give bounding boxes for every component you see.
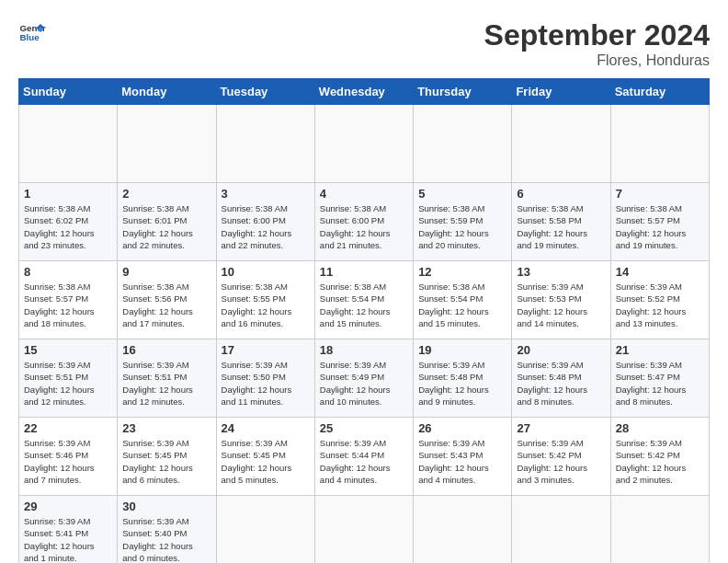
calendar-cell: 18Sunrise: 5:39 AM Sunset: 5:49 PM Dayli… (314, 339, 413, 418)
calendar-week-row: 15Sunrise: 5:39 AM Sunset: 5:51 PM Dayli… (19, 339, 710, 418)
day-info: Sunrise: 5:38 AM Sunset: 5:57 PM Dayligh… (616, 202, 704, 251)
day-info: Sunrise: 5:39 AM Sunset: 5:45 PM Dayligh… (122, 437, 210, 486)
calendar-cell: 29Sunrise: 5:39 AM Sunset: 5:41 PM Dayli… (19, 496, 118, 564)
calendar-cell: 16Sunrise: 5:39 AM Sunset: 5:51 PM Dayli… (118, 339, 216, 418)
weekday-header-row: SundayMondayTuesdayWednesdayThursdayFrid… (19, 79, 710, 105)
calendar-cell: 20Sunrise: 5:39 AM Sunset: 5:48 PM Dayli… (512, 339, 610, 418)
calendar-cell (414, 496, 512, 564)
calendar-cell: 4Sunrise: 5:38 AM Sunset: 6:00 PM Daylig… (314, 183, 413, 261)
weekday-header-cell: Thursday (414, 79, 512, 105)
calendar-table: SundayMondayTuesdayWednesdayThursdayFrid… (18, 78, 710, 563)
title-area: September 2024 Flores, Honduras (484, 18, 710, 69)
day-info: Sunrise: 5:39 AM Sunset: 5:48 PM Dayligh… (517, 359, 605, 408)
day-number: 13 (517, 265, 605, 279)
day-info: Sunrise: 5:38 AM Sunset: 5:56 PM Dayligh… (122, 281, 210, 329)
weekday-header-cell: Wednesday (314, 79, 413, 105)
calendar-cell: 19Sunrise: 5:39 AM Sunset: 5:48 PM Dayli… (414, 339, 512, 418)
calendar-cell: 21Sunrise: 5:39 AM Sunset: 5:47 PM Dayli… (610, 339, 709, 418)
day-number: 7 (616, 187, 704, 201)
calendar-week-row (19, 105, 710, 183)
calendar-cell: 27Sunrise: 5:39 AM Sunset: 5:42 PM Dayli… (512, 418, 610, 496)
day-info: Sunrise: 5:38 AM Sunset: 5:58 PM Dayligh… (517, 202, 605, 251)
month-title: September 2024 (484, 18, 710, 52)
day-info: Sunrise: 5:38 AM Sunset: 6:00 PM Dayligh… (222, 202, 310, 251)
calendar-cell: 7Sunrise: 5:38 AM Sunset: 5:57 PM Daylig… (610, 183, 709, 261)
calendar-cell (512, 496, 610, 564)
calendar-cell: 14Sunrise: 5:39 AM Sunset: 5:52 PM Dayli… (610, 261, 709, 339)
calendar-week-row: 22Sunrise: 5:39 AM Sunset: 5:46 PM Dayli… (19, 418, 710, 496)
calendar-cell: 28Sunrise: 5:39 AM Sunset: 5:42 PM Dayli… (610, 418, 709, 496)
calendar-cell: 5Sunrise: 5:38 AM Sunset: 5:59 PM Daylig… (414, 183, 512, 261)
day-number: 30 (122, 500, 210, 513)
day-number: 12 (418, 265, 506, 279)
calendar-cell (610, 105, 709, 183)
calendar-cell (216, 105, 314, 183)
day-info: Sunrise: 5:38 AM Sunset: 5:59 PM Dayligh… (418, 202, 506, 251)
day-number: 14 (616, 265, 704, 279)
day-number: 6 (517, 187, 605, 201)
calendar-cell: 25Sunrise: 5:39 AM Sunset: 5:44 PM Dayli… (314, 418, 413, 496)
day-number: 16 (122, 343, 210, 357)
day-info: Sunrise: 5:39 AM Sunset: 5:42 PM Dayligh… (517, 437, 605, 486)
day-info: Sunrise: 5:39 AM Sunset: 5:44 PM Dayligh… (320, 437, 408, 486)
calendar-cell (216, 496, 314, 564)
day-number: 3 (222, 187, 310, 201)
calendar-cell: 10Sunrise: 5:38 AM Sunset: 5:55 PM Dayli… (216, 261, 314, 339)
calendar-cell: 30Sunrise: 5:39 AM Sunset: 5:40 PM Dayli… (118, 496, 216, 564)
day-info: Sunrise: 5:38 AM Sunset: 5:57 PM Dayligh… (24, 281, 112, 329)
calendar-cell: 11Sunrise: 5:38 AM Sunset: 5:54 PM Dayli… (314, 261, 413, 339)
calendar-cell: 6Sunrise: 5:38 AM Sunset: 5:58 PM Daylig… (512, 183, 610, 261)
calendar-cell: 26Sunrise: 5:39 AM Sunset: 5:43 PM Dayli… (414, 418, 512, 496)
calendar-cell: 8Sunrise: 5:38 AM Sunset: 5:57 PM Daylig… (19, 261, 118, 339)
day-number: 17 (222, 343, 310, 357)
calendar-cell (414, 105, 512, 183)
calendar-week-row: 1Sunrise: 5:38 AM Sunset: 6:02 PM Daylig… (19, 183, 710, 261)
calendar-cell (610, 496, 709, 564)
day-number: 20 (517, 343, 605, 357)
calendar-week-row: 29Sunrise: 5:39 AM Sunset: 5:41 PM Dayli… (19, 496, 710, 564)
calendar-cell: 17Sunrise: 5:39 AM Sunset: 5:50 PM Dayli… (216, 339, 314, 418)
calendar-body: 1Sunrise: 5:38 AM Sunset: 6:02 PM Daylig… (19, 105, 710, 564)
calendar-cell (512, 105, 610, 183)
weekday-header-cell: Sunday (19, 79, 118, 105)
weekday-header-cell: Tuesday (216, 79, 314, 105)
calendar-week-row: 8Sunrise: 5:38 AM Sunset: 5:57 PM Daylig… (19, 261, 710, 339)
calendar-cell: 13Sunrise: 5:39 AM Sunset: 5:53 PM Dayli… (512, 261, 610, 339)
day-info: Sunrise: 5:38 AM Sunset: 6:02 PM Dayligh… (24, 202, 112, 251)
calendar-cell (19, 105, 118, 183)
day-number: 26 (418, 421, 506, 435)
day-number: 9 (122, 265, 210, 279)
day-number: 21 (616, 343, 704, 357)
day-number: 4 (320, 187, 408, 201)
day-info: Sunrise: 5:39 AM Sunset: 5:51 PM Dayligh… (122, 359, 210, 408)
calendar-cell: 1Sunrise: 5:38 AM Sunset: 6:02 PM Daylig… (19, 183, 118, 261)
day-info: Sunrise: 5:38 AM Sunset: 6:00 PM Dayligh… (320, 202, 408, 251)
day-info: Sunrise: 5:39 AM Sunset: 5:51 PM Dayligh… (24, 359, 112, 408)
day-number: 27 (517, 421, 605, 435)
day-number: 23 (122, 421, 210, 435)
day-number: 11 (320, 265, 408, 279)
day-info: Sunrise: 5:38 AM Sunset: 6:01 PM Dayligh… (122, 202, 210, 251)
day-info: Sunrise: 5:39 AM Sunset: 5:50 PM Dayligh… (222, 359, 310, 408)
page-header: General Blue September 2024 Flores, Hond… (18, 18, 710, 69)
calendar-cell (118, 105, 216, 183)
weekday-header-cell: Saturday (610, 79, 709, 105)
day-info: Sunrise: 5:39 AM Sunset: 5:46 PM Dayligh… (24, 437, 112, 486)
day-info: Sunrise: 5:39 AM Sunset: 5:47 PM Dayligh… (616, 359, 704, 408)
day-info: Sunrise: 5:39 AM Sunset: 5:41 PM Dayligh… (24, 515, 112, 563)
calendar-cell: 2Sunrise: 5:38 AM Sunset: 6:01 PM Daylig… (118, 183, 216, 261)
day-info: Sunrise: 5:39 AM Sunset: 5:42 PM Dayligh… (616, 437, 704, 486)
calendar-cell: 3Sunrise: 5:38 AM Sunset: 6:00 PM Daylig… (216, 183, 314, 261)
day-info: Sunrise: 5:38 AM Sunset: 5:54 PM Dayligh… (418, 281, 506, 329)
calendar-cell: 12Sunrise: 5:38 AM Sunset: 5:54 PM Dayli… (414, 261, 512, 339)
day-info: Sunrise: 5:38 AM Sunset: 5:55 PM Dayligh… (222, 281, 310, 329)
day-number: 28 (616, 421, 704, 435)
day-info: Sunrise: 5:39 AM Sunset: 5:43 PM Dayligh… (418, 437, 506, 486)
location: Flores, Honduras (484, 52, 710, 69)
calendar-cell: 24Sunrise: 5:39 AM Sunset: 5:45 PM Dayli… (216, 418, 314, 496)
logo: General Blue (18, 18, 46, 46)
day-info: Sunrise: 5:38 AM Sunset: 5:54 PM Dayligh… (320, 281, 408, 329)
weekday-header-cell: Friday (512, 79, 610, 105)
calendar-cell: 22Sunrise: 5:39 AM Sunset: 5:46 PM Dayli… (19, 418, 118, 496)
day-info: Sunrise: 5:39 AM Sunset: 5:40 PM Dayligh… (122, 515, 210, 563)
